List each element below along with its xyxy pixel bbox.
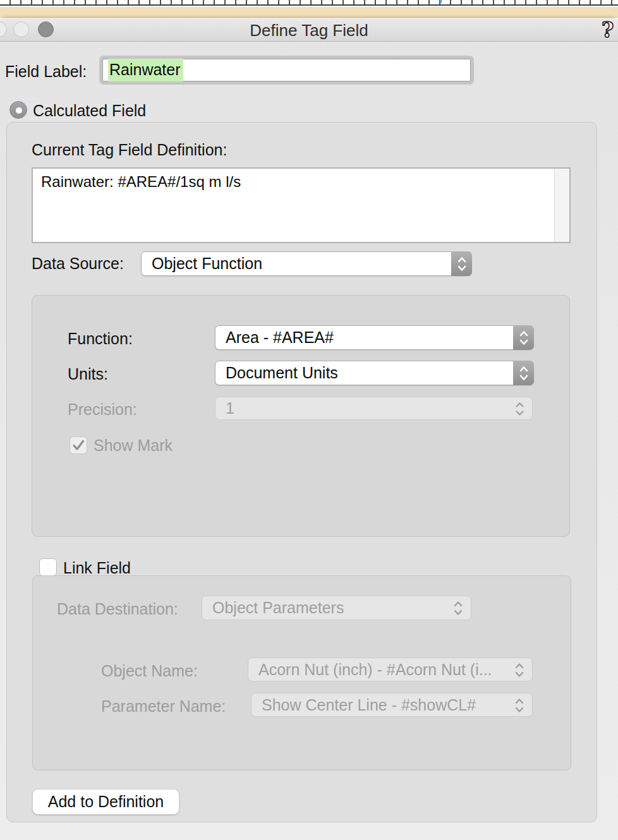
definition-text: Rainwater: #AREA#/1sq m l/s <box>41 173 241 191</box>
function-value: Area - #AREA# <box>226 328 334 347</box>
parameter-name-value: Show Center Line - #showCL# <box>262 696 476 714</box>
chevron-up-down-icon <box>513 325 534 350</box>
calculated-field-label: Calculated Field <box>33 102 146 120</box>
definition-scrollbar[interactable] <box>554 169 569 242</box>
stepper-up-down-icon <box>514 400 525 421</box>
precision-stepper: 1 <box>215 397 533 420</box>
precision-caption: Precision: <box>68 400 137 419</box>
checkmark-icon <box>70 437 87 453</box>
data-source-caption: Data Source: <box>32 255 124 273</box>
definition-caption: Current Tag Field Definition: <box>32 141 227 159</box>
chevron-up-down-icon <box>452 599 464 621</box>
units-caption: Units: <box>68 365 108 383</box>
chevron-up-down-icon <box>513 361 534 385</box>
screen: Define Tag Field ? Field Label: Rainwate… <box>0 0 618 840</box>
object-name-caption: Object Name: <box>101 662 198 680</box>
object-name-popup: Acorn Nut (inch) - #Acorn Nut (i... <box>248 657 533 681</box>
calculated-field-radio[interactable] <box>9 101 27 119</box>
chevron-up-down-icon <box>514 697 525 718</box>
field-label-input[interactable]: Rainwater <box>99 56 474 85</box>
field-label-caption: Field Label: <box>5 63 87 81</box>
link-field-label: Link Field <box>63 559 131 577</box>
data-source-popup[interactable]: Object Function <box>141 251 472 276</box>
show-mark-checkbox <box>70 436 87 454</box>
canvas-strip <box>0 7 618 18</box>
parameter-name-caption: Parameter Name: <box>101 697 226 716</box>
data-destination-popup: Object Parameters <box>202 596 471 620</box>
window-title: Define Tag Field <box>0 21 618 40</box>
units-popup[interactable]: Document Units <box>215 361 534 385</box>
show-mark-label: Show Mark <box>94 436 173 455</box>
define-tag-field-dialog: Define Tag Field ? Field Label: Rainwate… <box>0 18 618 840</box>
data-destination-value: Object Parameters <box>212 599 344 617</box>
function-popup[interactable]: Area - #AREA# <box>215 325 534 350</box>
field-label-value: Rainwater <box>108 59 183 81</box>
function-caption: Function: <box>68 330 133 348</box>
precision-value: 1 <box>226 399 234 417</box>
data-destination-caption: Data Destination: <box>57 600 178 618</box>
units-value: Document Units <box>226 364 338 382</box>
data-source-value: Object Function <box>152 255 262 273</box>
parameter-name-popup: Show Center Line - #showCL# <box>251 693 533 717</box>
object-name-value: Acorn Nut (inch) - #Acorn Nut (i... <box>258 661 492 679</box>
add-to-definition-button[interactable]: Add to Definition <box>32 789 179 815</box>
help-icon[interactable]: ? <box>602 18 614 42</box>
ruler-ticks <box>0 0 618 4</box>
titlebar[interactable]: Define Tag Field ? <box>0 18 618 42</box>
ruler <box>0 0 618 6</box>
link-field-checkbox[interactable] <box>39 558 57 576</box>
definition-textarea[interactable]: Rainwater: #AREA#/1sq m l/s <box>32 167 571 243</box>
chevron-up-down-icon <box>451 251 472 276</box>
chevron-up-down-icon <box>514 661 525 683</box>
ruler-cursor-tick <box>440 0 442 3</box>
